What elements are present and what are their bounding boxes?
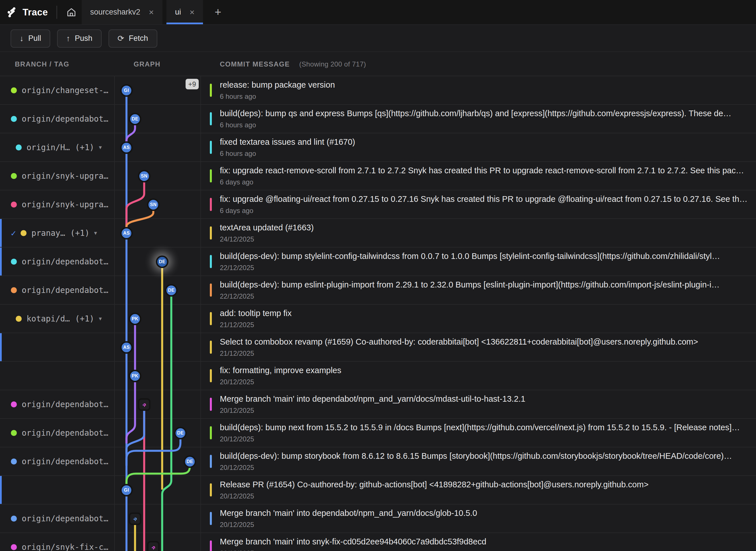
branch-cell[interactable]: origin/snyk-fix-c… [0, 533, 114, 551]
commit-row[interactable]: origin/dependabot… build(deps-dev): bump… [0, 447, 756, 476]
branch-cell[interactable]: origin/changeset-… [0, 76, 114, 104]
branch-cell[interactable] [0, 362, 114, 390]
graph-cell [114, 333, 200, 361]
branch-more-count: (+1) [70, 228, 89, 238]
commit-cell[interactable]: Release PR (#1654) Co-authored-by: githu… [200, 476, 756, 504]
commit-color-bar [210, 255, 212, 268]
commit-message: build(deps-dev): bump stylelint-config-t… [220, 251, 756, 261]
commit-cell[interactable]: release: bump package version 6 hours ag… [200, 76, 756, 104]
commit-row[interactable]: kotapi/d… (+1) ▼ add: tooltip temp fix 2… [0, 305, 756, 333]
commit-color-bar [210, 512, 212, 525]
branch-label: origin/dependabot… [22, 457, 108, 466]
commit-cell[interactable]: Merge branch 'main' into snyk-fix-cd05d2… [200, 533, 756, 551]
branch-cell[interactable] [0, 333, 114, 361]
chevron-down-icon[interactable]: ▼ [99, 144, 102, 150]
branch-cell[interactable] [0, 476, 114, 504]
close-icon[interactable]: × [189, 8, 195, 17]
commit-timestamp: 20/12/2025 [220, 407, 756, 415]
branch-cell[interactable]: origin/dependabot… [0, 390, 114, 418]
commit-cell[interactable]: build(deps-dev): bump stylelint-config-t… [200, 247, 756, 276]
branch-cell[interactable]: origin/dependabot… [0, 247, 114, 276]
pull-button[interactable]: ↓ Pull [11, 29, 50, 48]
commit-color-bar [210, 169, 212, 182]
branch-color-dot [11, 344, 17, 350]
commit-row[interactable]: origin/dependabot… build(deps): bump nex… [0, 419, 756, 447]
commit-cell[interactable]: build(deps-dev): bump storybook from 8.6… [200, 447, 756, 475]
branch-color-dot [11, 401, 17, 407]
commit-cell[interactable]: textArea updated (#1663) 24/12/2025 [200, 219, 756, 247]
branch-cell[interactable]: ✓ pranay… (+1) ▼ [0, 219, 114, 247]
graph-cell [114, 390, 200, 418]
branch-label: origin/dependabot… [22, 114, 108, 124]
tab-ui[interactable]: ui × [166, 0, 203, 24]
commit-message: Release PR (#1654) Co-authored-by: githu… [220, 480, 756, 489]
branch-cell[interactable]: origin/dependabot… [0, 447, 114, 475]
branch-cell[interactable]: origin/snyk-upgra… [0, 162, 114, 190]
commit-timestamp: 6 hours ago [220, 121, 756, 129]
tab-label: sourcesharkv2 [90, 8, 140, 17]
commit-row[interactable]: origin/dependabot… build(deps): bump qs … [0, 105, 756, 133]
commit-row[interactable]: origin/changeset-… release: bump package… [0, 76, 756, 105]
chevron-down-icon[interactable]: ▼ [99, 316, 102, 322]
commit-color-bar [210, 141, 212, 154]
commit-row[interactable]: origin/dependabot… build(deps-dev): bump… [0, 276, 756, 305]
commit-message: build(deps): bump qs and express Bumps [… [220, 109, 756, 118]
commit-message: fix: upgrade react-remove-scroll from 2.… [220, 166, 756, 175]
branch-more-count: (+1) [75, 143, 94, 152]
home-button[interactable] [65, 6, 78, 19]
chevron-down-icon[interactable]: ▼ [94, 230, 97, 236]
commit-color-bar [210, 398, 212, 411]
branch-label: origin/changeset-… [22, 86, 108, 95]
branch-cell[interactable]: origin/dependabot… [0, 419, 114, 447]
new-tab-button[interactable]: + [210, 5, 225, 20]
commit-row[interactable]: Release PR (#1654) Co-authored-by: githu… [0, 476, 756, 504]
push-button[interactable]: ↑ Push [57, 29, 102, 48]
commit-row[interactable]: origin/snyk-upgra… fix: upgrade react-re… [0, 162, 756, 190]
commit-timestamp: 6 hours ago [220, 92, 756, 100]
commit-color-bar [210, 369, 212, 382]
commit-cell[interactable]: build(deps): bump qs and express Bumps [… [200, 105, 756, 133]
commit-message: build(deps-dev): bump storybook from 8.6… [220, 451, 756, 461]
branch-label: origin/dependabot… [22, 286, 108, 295]
graph-cell [114, 105, 200, 133]
commit-cell[interactable]: Merge branch 'main' into dependabot/npm_… [200, 390, 756, 418]
branch-color-dot [11, 173, 17, 179]
branch-cell[interactable]: origin/H… (+1) ▼ [0, 133, 114, 161]
commit-cell[interactable]: fix: formatting, improve examples 20/12/… [200, 362, 756, 390]
branch-cell[interactable]: kotapi/d… (+1) ▼ [0, 305, 114, 333]
commit-row[interactable]: fix: formatting, improve examples 20/12/… [0, 362, 756, 390]
commit-list: origin/changeset-… release: bump package… [0, 76, 756, 551]
commit-cell[interactable]: Select to combobox revamp (#1659) Co-aut… [200, 333, 756, 361]
commit-message: textArea updated (#1663) [220, 223, 756, 232]
commit-message: Select to combobox revamp (#1659) Co-aut… [220, 337, 756, 347]
commit-cell[interactable]: build(deps): bump next from 15.5.2 to 15… [200, 419, 756, 447]
commit-timestamp: 20/12/2025 [220, 521, 756, 529]
fetch-button[interactable]: ⟳ Fetch [108, 29, 157, 48]
commit-row[interactable]: ✓ pranay… (+1) ▼ textArea updated (#1663… [0, 219, 756, 247]
branch-cell[interactable]: origin/dependabot… [0, 105, 114, 133]
branch-cell[interactable]: origin/dependabot… [0, 504, 114, 532]
commit-timestamp: 20/12/2025 [220, 492, 756, 500]
commit-cell[interactable]: fix: upgrade @floating-ui/react from 0.2… [200, 190, 756, 218]
commit-row[interactable]: origin/dependabot… build(deps-dev): bump… [0, 247, 756, 276]
commit-row[interactable]: origin/snyk-fix-c… Merge branch 'main' i… [0, 533, 756, 551]
commit-row[interactable]: origin/snyk-upgra… fix: upgrade @floatin… [0, 190, 756, 219]
commit-row[interactable]: origin/dependabot… Merge branch 'main' i… [0, 504, 756, 533]
commit-cell[interactable]: Merge branch 'main' into dependabot/npm_… [200, 504, 756, 532]
commit-timestamp: 21/12/2025 [220, 350, 756, 358]
commit-row[interactable]: origin/H… (+1) ▼ fixed textarea issues a… [0, 133, 756, 162]
commit-row[interactable]: Select to combobox revamp (#1659) Co-aut… [0, 333, 756, 362]
commit-row[interactable]: origin/dependabot… Merge branch 'main' i… [0, 390, 756, 419]
branch-color-dot [11, 430, 17, 436]
branch-cell[interactable]: origin/snyk-upgra… [0, 190, 114, 218]
commit-cell[interactable]: add: tooltip temp fix 21/12/2025 [200, 305, 756, 333]
branch-label: origin/H… [27, 143, 70, 152]
tab-sourcesharkv2[interactable]: sourcesharkv2 × [82, 0, 162, 24]
commit-cell[interactable]: fixed textarea issues and lint (#1670) 6… [200, 133, 756, 161]
branch-cell[interactable]: origin/dependabot… [0, 276, 114, 304]
commit-cell[interactable]: build(deps-dev): bump eslint-plugin-impo… [200, 276, 756, 304]
branch-color-dot [11, 87, 17, 93]
commit-cell[interactable]: fix: upgrade react-remove-scroll from 2.… [200, 162, 756, 190]
close-icon[interactable]: × [149, 8, 154, 17]
arrow-up-icon: ↑ [66, 34, 70, 43]
